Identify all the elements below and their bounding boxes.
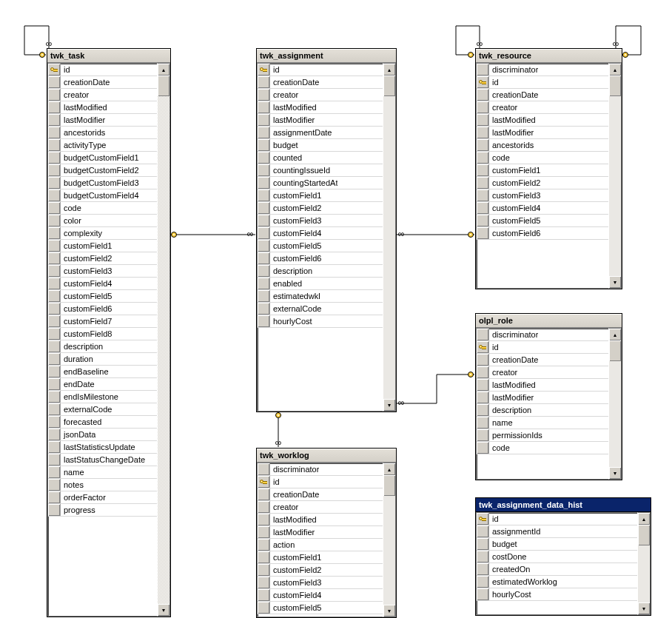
table-row[interactable]: discriminator [258,463,383,476]
table-row[interactable]: customField3 [258,215,383,227]
scroll-track[interactable] [638,525,650,602]
table-row[interactable]: id [477,76,608,89]
table-row[interactable]: budgetCustomField1 [48,152,157,164]
table-row[interactable]: id [48,64,157,76]
table-row[interactable]: customField1 [477,164,608,177]
table-row[interactable]: customField4 [48,278,157,290]
scroll-thumb[interactable] [609,75,621,96]
scroll-track[interactable] [609,340,621,467]
table-row[interactable]: assignmentId [477,525,637,538]
table-row[interactable]: customField5 [258,240,383,252]
table-row[interactable]: hourlyCost [258,315,383,328]
scroll-track[interactable] [158,75,169,604]
scroll-up-icon[interactable]: ▴ [638,513,650,525]
table-row[interactable]: duration [48,353,157,366]
table-row[interactable]: ancestorids [48,127,157,139]
table-row[interactable]: lastModified [258,514,383,526]
table-row[interactable]: customField3 [477,189,608,202]
table-row[interactable]: name [477,417,608,429]
table-row[interactable]: customField2 [48,252,157,265]
table-title[interactable]: twk_assignment [257,49,396,63]
scroll-up-icon[interactable]: ▴ [609,64,621,75]
table-row[interactable]: lastStatisticsUpdate [48,441,157,454]
table-row[interactable]: lastModified [258,101,383,114]
table-row[interactable]: endDate [48,378,157,391]
scroll-up-icon[interactable]: ▴ [609,329,621,340]
table-row[interactable]: createdOn [477,563,637,576]
scroll-track[interactable] [609,75,621,276]
table-row[interactable]: endIsMilestone [48,391,157,403]
table-row[interactable]: lastModifier [258,114,383,127]
table-row[interactable]: customField4 [477,202,608,215]
table-row[interactable]: externalCode [258,303,383,315]
table-row[interactable]: discriminator [477,64,608,76]
scroll-down-icon[interactable]: ▾ [383,605,395,617]
table-row[interactable]: counted [258,152,383,164]
table-row[interactable]: estimatedWorklog [477,576,637,588]
table-row[interactable]: description [258,265,383,278]
scrollbar[interactable]: ▴▾ [383,463,396,617]
scroll-thumb[interactable] [638,525,650,545]
scrollbar[interactable]: ▴▾ [608,63,622,289]
table-row[interactable]: lastModified [48,101,157,114]
table-row[interactable]: customField2 [258,202,383,215]
table-title[interactable]: twk_assignment_data_hist [476,498,651,512]
table-row[interactable]: customField2 [258,564,383,577]
table-row[interactable]: budget [477,538,637,551]
table-row[interactable]: orderFactor [48,491,157,504]
table-twk_task[interactable]: twk_taskidcreationDatecreatorlastModifie… [47,48,171,617]
table-title[interactable]: twk_task [47,49,170,63]
scroll-down-icon[interactable]: ▾ [383,399,395,411]
table-row[interactable]: code [48,202,157,215]
table-row[interactable]: customField1 [258,189,383,202]
table-row[interactable]: ancestorids [477,139,608,152]
table-row[interactable]: color [48,215,157,227]
table-row[interactable]: id [258,476,383,488]
table-olpl_role[interactable]: olpl_rolediscriminatoridcreationDatecrea… [475,313,622,480]
table-row[interactable]: budgetCustomField4 [48,189,157,202]
table-row[interactable]: customField4 [258,589,383,602]
table-row[interactable]: countingStartedAt [258,177,383,189]
table-row[interactable]: notes [48,479,157,491]
table-row[interactable]: creationDate [48,76,157,89]
table-row[interactable]: creator [477,366,608,379]
table-row[interactable]: forecasted [48,416,157,429]
scroll-down-icon[interactable]: ▾ [609,276,621,288]
table-row[interactable]: endBaseline [48,366,157,378]
scrollbar[interactable]: ▴▾ [383,63,396,412]
table-twk_assignment_data_hist[interactable]: twk_assignment_data_histidassignmentIdbu… [475,497,651,616]
scroll-track[interactable] [383,475,395,605]
table-row[interactable]: customField4 [258,227,383,240]
table-twk_worklog[interactable]: twk_worklogdiscriminatoridcreationDatecr… [256,448,397,618]
table-row[interactable]: customField3 [258,577,383,589]
scroll-thumb[interactable] [158,75,169,96]
scroll-up-icon[interactable]: ▴ [383,463,395,475]
table-row[interactable]: budget [258,139,383,152]
table-row[interactable]: customField1 [48,240,157,252]
table-row[interactable]: customField5 [258,602,383,614]
scroll-up-icon[interactable]: ▴ [383,64,395,75]
table-row[interactable]: customField2 [477,177,608,189]
table-row[interactable]: progress [48,504,157,517]
table-row[interactable]: customField8 [48,328,157,340]
table-row[interactable]: id [477,513,637,525]
table-row[interactable]: lastModifier [477,392,608,404]
scrollbar[interactable]: ▴▾ [608,328,622,480]
scroll-down-icon[interactable]: ▾ [158,604,169,616]
table-row[interactable]: lastModified [477,114,608,127]
table-row[interactable]: lastModifier [258,526,383,539]
table-row[interactable]: creator [258,89,383,101]
table-row[interactable]: id [477,341,608,354]
scroll-thumb[interactable] [383,475,395,496]
table-row[interactable]: customField7 [48,315,157,328]
table-title[interactable]: twk_resource [476,49,622,63]
table-row[interactable]: customField6 [258,252,383,265]
table-row[interactable]: costDone [477,551,637,563]
table-row[interactable]: creationDate [477,354,608,366]
table-row[interactable]: hourlyCost [477,588,637,601]
table-row[interactable]: customField1 [258,551,383,564]
table-row[interactable]: description [48,340,157,353]
table-row[interactable]: creator [48,89,157,101]
table-row[interactable]: creator [477,101,608,114]
scroll-down-icon[interactable]: ▾ [609,467,621,479]
